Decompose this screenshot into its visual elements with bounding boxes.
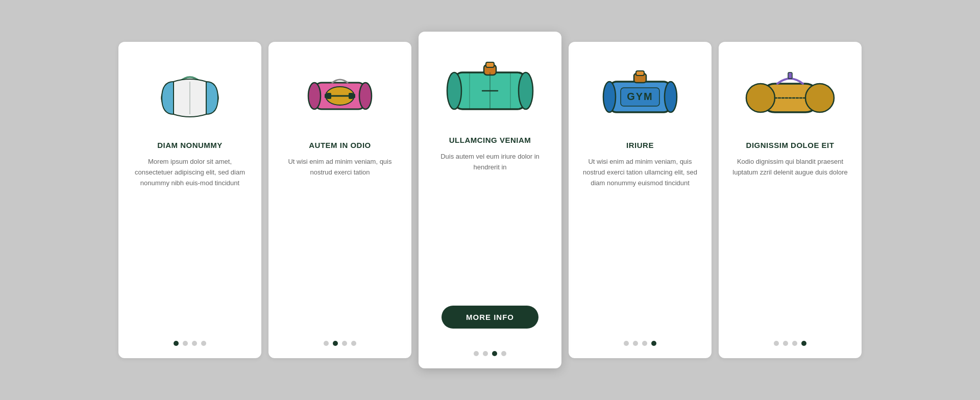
card-2-title: AUTEM IN ODIO	[309, 141, 371, 149]
svg-point-12	[519, 72, 533, 109]
svg-rect-14	[486, 62, 494, 67]
dot	[783, 341, 788, 346]
svg-rect-8	[325, 94, 328, 98]
dot	[324, 341, 329, 346]
card-1-dots	[174, 331, 206, 346]
card-5-icon	[744, 57, 836, 129]
card-4-title: IRIURE	[626, 141, 654, 149]
card-5-title: DIGNISSIM DOLOE EIT	[746, 141, 835, 149]
card-3-icon	[444, 52, 536, 123]
svg-point-3	[359, 83, 372, 109]
dot	[501, 351, 506, 356]
dot	[624, 341, 629, 346]
dot	[351, 341, 356, 346]
card-4-dots	[624, 331, 656, 346]
svg-text:GYM: GYM	[627, 91, 653, 102]
card-2-dots	[324, 331, 356, 346]
dot	[183, 341, 188, 346]
cards-container: DIAM NONUMMY Morem ipsum dolor sit amet,…	[31, 32, 949, 368]
card-1-text: Morem ipsum dolor sit amet, consectetuer…	[131, 157, 249, 331]
dot	[642, 341, 647, 346]
dot	[792, 341, 797, 346]
card-1-icon	[144, 57, 236, 129]
dot	[201, 341, 206, 346]
svg-rect-9	[352, 94, 355, 98]
dot	[633, 341, 638, 346]
dot	[342, 341, 347, 346]
card-5: DIGNISSIM DOLOE EIT Kodio dignissim qui …	[719, 42, 862, 358]
dot	[174, 341, 179, 346]
more-info-button[interactable]: MORE INFO	[442, 306, 538, 329]
card-5-dots	[774, 331, 806, 346]
svg-point-11	[447, 72, 461, 109]
svg-point-21	[665, 82, 677, 112]
svg-point-28	[805, 84, 834, 112]
card-3-title: ULLAMCING VENIAM	[449, 136, 531, 144]
svg-point-20	[603, 82, 616, 112]
card-2: AUTEM IN ODIO Ut wisi enim ad minim veni…	[268, 42, 411, 358]
card-3: ULLAMCING VENIAM Duis autem vel eum iriu…	[419, 32, 561, 368]
dot	[801, 341, 806, 346]
svg-point-2	[308, 83, 321, 109]
card-1: DIAM NONUMMY Morem ipsum dolor sit amet,…	[118, 42, 261, 358]
dot	[474, 351, 479, 356]
card-4: GYM IRIURE Ut wisi enim ad minim veniam,…	[569, 42, 712, 358]
card-2-text: Ut wisi enim ad minim veniam, quis nostr…	[281, 157, 399, 331]
dot	[333, 341, 338, 346]
card-3-text: Duis autem vel eum iriure dolor in hendr…	[431, 152, 549, 296]
svg-point-27	[746, 84, 775, 112]
card-5-text: Kodio dignissim qui blandit praesent lup…	[731, 157, 849, 331]
card-3-dots	[474, 341, 506, 356]
dot	[483, 351, 488, 356]
dot	[192, 341, 197, 346]
card-4-text: Ut wisi enim ad minim veniam, quis nostr…	[581, 157, 699, 331]
card-2-icon	[294, 57, 386, 129]
dot	[651, 341, 656, 346]
svg-rect-23	[636, 71, 644, 76]
card-1-title: DIAM NONUMMY	[157, 141, 223, 149]
card-4-icon: GYM	[594, 57, 686, 129]
svg-rect-29	[788, 72, 792, 79]
dot	[774, 341, 779, 346]
dot	[492, 351, 497, 356]
